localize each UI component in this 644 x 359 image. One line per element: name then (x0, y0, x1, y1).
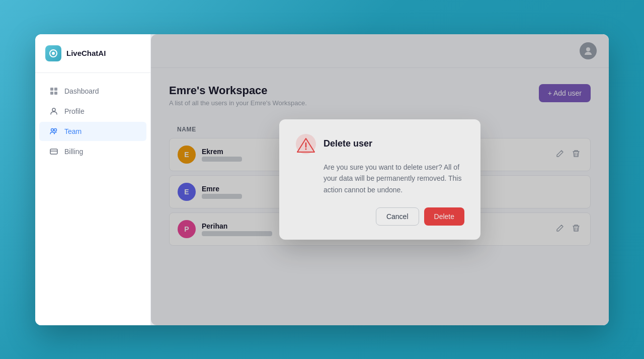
modal-body: Are you sure you want to delete user? Al… (295, 162, 464, 195)
modal-title: Delete user (324, 138, 372, 149)
svg-rect-3 (54, 88, 57, 91)
svg-point-14 (305, 148, 307, 150)
svg-point-7 (51, 128, 54, 131)
svg-rect-4 (50, 92, 53, 95)
sidebar-item-label: Billing (64, 148, 83, 156)
app-name: LiveChatAI (66, 49, 106, 57)
svg-rect-2 (50, 88, 53, 91)
team-icon (49, 127, 58, 136)
main-content: Emre's Workspace A list of all the users… (151, 34, 609, 325)
svg-point-8 (54, 128, 57, 131)
billing-icon (49, 147, 58, 156)
svg-rect-9 (50, 149, 57, 154)
sidebar-nav: Dashboard Profile (35, 73, 150, 170)
sidebar-logo: LiveChatAI (35, 34, 150, 73)
sidebar-item-dashboard[interactable]: Dashboard (39, 82, 146, 101)
sidebar-item-billing[interactable]: Billing (39, 142, 146, 161)
delete-user-modal: Delete user Are you sure you want to del… (279, 119, 480, 240)
sidebar-item-label: Team (64, 127, 82, 135)
delete-confirm-button[interactable]: Delete (424, 207, 464, 226)
sidebar-item-label: Profile (64, 107, 85, 115)
sidebar: LiveChatAI Dashboard (35, 34, 151, 325)
warning-icon (295, 133, 316, 155)
sidebar-item-profile[interactable]: Profile (39, 102, 146, 121)
modal-header: Delete user (295, 133, 464, 155)
logo-icon (45, 45, 61, 61)
cancel-button[interactable]: Cancel (376, 207, 419, 226)
sidebar-item-label: Dashboard (64, 87, 99, 95)
modal-overlay: Delete user Are you sure you want to del… (151, 34, 609, 325)
sidebar-item-team[interactable]: Team (39, 122, 146, 141)
app-window: LiveChatAI Dashboard (35, 34, 609, 325)
profile-icon (49, 107, 58, 116)
dashboard-icon (49, 87, 58, 96)
svg-point-1 (52, 52, 55, 55)
svg-point-6 (52, 108, 55, 111)
svg-rect-5 (54, 92, 57, 95)
modal-actions: Cancel Delete (295, 207, 464, 226)
